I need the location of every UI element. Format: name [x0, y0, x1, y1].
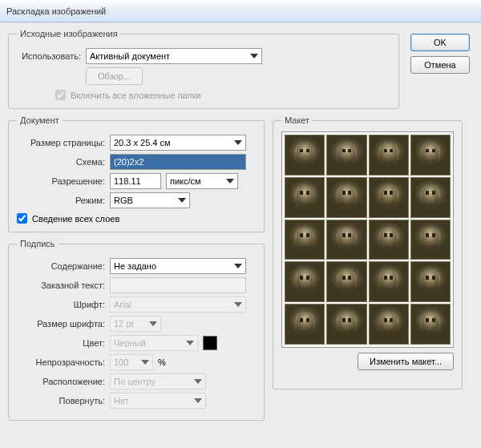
preview-thumb — [369, 135, 409, 176]
content-label: Содержание: — [17, 261, 105, 271]
layout-group: Макет Изменить макет... — [273, 115, 463, 389]
preview-thumb — [369, 177, 409, 218]
ok-button[interactable]: OK — [410, 34, 470, 51]
preview-thumb — [410, 135, 451, 176]
source-legend: Исходные изображения — [17, 29, 121, 38]
opacity-select: 100 — [110, 354, 153, 370]
resolution-input[interactable] — [110, 173, 161, 189]
font-label: Шрифт: — [17, 300, 105, 309]
preview-thumb — [410, 177, 451, 218]
schema-select[interactable]: (20)2x2 — [110, 154, 246, 170]
change-layout-button[interactable]: Изменить макет... — [358, 353, 454, 370]
preview-thumb — [326, 304, 366, 345]
preview-thumb — [326, 261, 366, 302]
flatten-checkbox[interactable] — [17, 213, 27, 224]
custom-text-label: Заказной текст: — [17, 281, 105, 290]
preview-thumb — [285, 135, 325, 176]
dialog-content: OK Отмена Исходные изображения Использов… — [0, 22, 481, 448]
preview-thumb — [410, 261, 451, 302]
window-titlebar: Раскладка изображений — [0, 0, 481, 22]
font-size-select: 12 pt — [110, 316, 161, 332]
opacity-suffix: % — [158, 357, 166, 367]
color-select: Черный — [110, 335, 198, 351]
mode-select[interactable]: RGB — [110, 192, 190, 208]
font-size-label: Размер шрифта: — [17, 319, 105, 329]
preview-thumb — [369, 220, 409, 260]
position-select: По центру — [110, 373, 206, 389]
use-label: Использовать: — [17, 51, 81, 61]
document-group: Документ Размер страницы: 20.3 x 25.4 см… — [8, 115, 265, 232]
color-swatch — [203, 336, 217, 350]
document-legend: Документ — [17, 115, 63, 125]
dialog-buttons: OK Отмена — [410, 34, 470, 74]
position-label: Расположение: — [17, 377, 105, 386]
page-size-select[interactable]: 20.3 x 25.4 см — [110, 135, 246, 151]
preview-thumb — [326, 220, 366, 260]
opacity-label: Непрозрачность: — [17, 357, 105, 367]
page-size-label: Размер страницы: — [17, 138, 105, 147]
custom-text-input — [110, 277, 246, 293]
caption-group: Подпись Содержание: Не задано Заказной т… — [8, 239, 265, 421]
preview-thumb — [285, 304, 325, 345]
layout-preview — [281, 131, 454, 348]
preview-thumb — [410, 220, 451, 260]
rotate-label: Повернуть: — [17, 396, 105, 406]
caption-legend: Подпись — [17, 239, 59, 248]
browse-button: Обзор... — [86, 67, 143, 85]
schema-label: Схема: — [17, 157, 105, 167]
preview-thumb — [285, 177, 325, 218]
source-group: Исходные изображения Использовать: Актив… — [8, 29, 399, 109]
mode-label: Режим: — [17, 196, 105, 205]
resolution-label: Разрешение: — [17, 176, 105, 186]
preview-thumb — [326, 177, 366, 218]
preview-thumb — [369, 304, 409, 345]
window-title: Раскладка изображений — [6, 6, 106, 16]
cancel-button[interactable]: Отмена — [410, 56, 470, 74]
resolution-units-select[interactable]: пикс/см — [166, 173, 238, 189]
content-select[interactable]: Не задано — [110, 258, 246, 274]
preview-thumb — [326, 135, 366, 176]
font-select: Arial — [110, 297, 246, 313]
preview-thumb — [410, 304, 451, 345]
use-select[interactable]: Активный документ — [86, 48, 262, 64]
layout-legend: Макет — [281, 115, 313, 125]
rotate-select: Нет — [110, 393, 206, 409]
color-label: Цвет: — [17, 338, 105, 348]
flatten-label: Сведение всех слоев — [32, 214, 119, 224]
include-subfolders-checkbox — [55, 90, 66, 100]
preview-thumb — [285, 220, 325, 260]
preview-thumb — [285, 261, 325, 302]
include-subfolders-label: Включить все вложенные папки — [71, 91, 201, 100]
preview-thumb — [369, 261, 409, 302]
